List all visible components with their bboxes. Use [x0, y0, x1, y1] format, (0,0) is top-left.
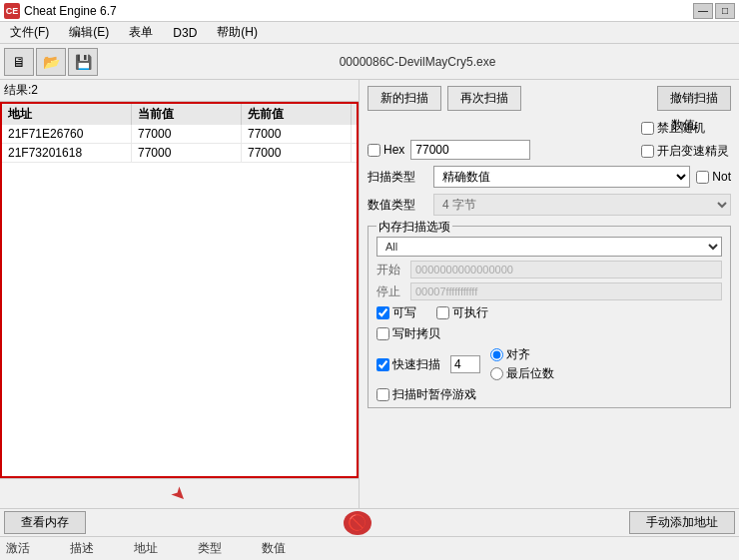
- fast-scan-checkbox-label[interactable]: 快速扫描: [376, 356, 440, 373]
- manual-add-button[interactable]: 手动添加地址: [629, 511, 735, 534]
- align-label: 对齐: [506, 346, 530, 363]
- value-type-label: 数值类型: [368, 197, 427, 214]
- toolbar-folder-button[interactable]: 📂: [36, 48, 66, 76]
- title-bar: CE Cheat Engine 6.7 — □: [0, 0, 739, 22]
- new-scan-button[interactable]: 新的扫描: [368, 86, 441, 111]
- speed-hack-checkbox[interactable]: [641, 145, 654, 158]
- scan-type-row: 扫描类型 精确数值 Not: [368, 166, 731, 188]
- menu-help[interactable]: 帮助(H): [211, 22, 264, 43]
- center-area: 🚫: [90, 511, 625, 535]
- start-input[interactable]: [410, 261, 722, 279]
- writable-checkbox-label[interactable]: 可写: [376, 304, 416, 321]
- status-description: 描述: [70, 540, 94, 557]
- no-random-checkbox[interactable]: [641, 122, 654, 135]
- fast-scan-checkbox[interactable]: [376, 358, 389, 371]
- scan-type-label: 扫描类型: [368, 169, 427, 186]
- title-left: CE Cheat Engine 6.7: [4, 3, 117, 19]
- no-icon: 🚫: [344, 511, 371, 535]
- row2-current: 77000: [132, 144, 242, 162]
- writable-checkbox[interactable]: [376, 306, 389, 319]
- window-title: 0000086C-DevilMayCry5.exe: [100, 55, 735, 69]
- speed-hack-checkbox-label[interactable]: 开启变速精灵: [641, 143, 729, 160]
- stop-input[interactable]: [410, 282, 722, 300]
- copy-on-write-row: 写时拷贝: [376, 325, 722, 342]
- header-previous: 先前值: [242, 104, 352, 125]
- copy-on-write-label: 写时拷贝: [392, 325, 440, 342]
- menu-d3d[interactable]: D3D: [167, 24, 203, 42]
- row1-current: 77000: [132, 125, 242, 143]
- arrow-down-icon: ➤: [166, 480, 192, 506]
- arrow-area: ➤: [0, 478, 359, 508]
- value-type-select[interactable]: 4 字节: [433, 194, 731, 216]
- minimize-button[interactable]: —: [693, 3, 713, 19]
- fast-scan-row: 快速扫描 对齐 最后位数: [376, 346, 722, 382]
- left-panel: 结果:2 地址 当前值 先前值 21F71E26760 77000 77000 …: [0, 80, 360, 508]
- memory-options-group: 内存扫描选项 All 开始 停止 可写: [368, 226, 731, 408]
- row1-previous: 77000: [242, 125, 352, 143]
- toolbar-open-button[interactable]: 🖥: [4, 48, 34, 76]
- value-input[interactable]: [410, 140, 530, 160]
- app-icon: CE: [4, 3, 20, 19]
- status-type: 类型: [198, 540, 222, 557]
- toolbar-save-button[interactable]: 💾: [68, 48, 98, 76]
- executable-checkbox-label[interactable]: 可执行: [436, 304, 488, 321]
- stop-row: 停止: [376, 282, 722, 300]
- app-title: Cheat Engine 6.7: [24, 4, 117, 18]
- maximize-button[interactable]: □: [715, 3, 735, 19]
- executable-checkbox[interactable]: [436, 306, 449, 319]
- not-checkbox-label[interactable]: Not: [696, 170, 731, 184]
- cancel-scan-button[interactable]: 撤销扫描: [657, 86, 731, 111]
- align-radio[interactable]: [490, 348, 503, 361]
- status-activate: 激活: [6, 540, 30, 557]
- status-address: 地址: [134, 540, 158, 557]
- rescan-button[interactable]: 再次扫描: [447, 86, 521, 111]
- writable-row: 可写 可执行: [376, 304, 722, 321]
- memory-options: All 开始 停止 可写 可执行: [376, 237, 722, 403]
- menu-edit[interactable]: 编辑(E): [63, 22, 115, 43]
- results-table: 21F71E26760 77000 77000 21F73201618 7700…: [0, 125, 359, 478]
- writable-label: 可写: [392, 304, 416, 321]
- copy-on-write-checkbox[interactable]: [376, 327, 389, 340]
- not-checkbox[interactable]: [696, 171, 709, 184]
- align-radio-label[interactable]: 对齐: [490, 346, 554, 363]
- menu-table[interactable]: 表单: [123, 22, 159, 43]
- fast-scan-input[interactable]: [450, 355, 480, 373]
- scan-type-select[interactable]: 精确数值: [433, 166, 690, 188]
- last-digit-radio-label[interactable]: 最后位数: [490, 365, 554, 382]
- executable-label: 可执行: [452, 304, 488, 321]
- start-row: 开始: [376, 261, 722, 279]
- pause-game-row: 扫描时暂停游戏: [376, 386, 722, 403]
- results-count: 结果:2: [0, 80, 359, 102]
- row2-address: 21F73201618: [2, 144, 132, 162]
- title-controls: — □: [693, 3, 735, 19]
- table-row[interactable]: 21F73201618 77000 77000: [2, 144, 357, 163]
- status-bar: 激活 描述 地址 类型 数值: [0, 536, 739, 560]
- status-value: 数值: [262, 540, 286, 557]
- pause-game-label: 扫描时暂停游戏: [392, 386, 476, 403]
- speed-hack-label: 开启变速精灵: [657, 143, 729, 160]
- header-address: 地址: [2, 104, 132, 125]
- memory-type-select[interactable]: All: [376, 237, 722, 257]
- stop-label: 停止: [376, 283, 404, 300]
- no-random-checkbox-label[interactable]: 禁止随机: [641, 120, 729, 137]
- hex-checkbox[interactable]: [368, 144, 380, 157]
- view-memory-button[interactable]: 查看内存: [4, 511, 86, 534]
- row1-address: 21F71E26760: [2, 125, 132, 143]
- row2-previous: 77000: [242, 144, 352, 162]
- hex-checkbox-label[interactable]: Hex: [368, 143, 404, 157]
- not-label: Not: [712, 170, 731, 184]
- menu-file[interactable]: 文件(F): [4, 22, 55, 43]
- table-row[interactable]: 21F71E26760 77000 77000: [2, 125, 357, 144]
- pause-game-checkbox-label[interactable]: 扫描时暂停游戏: [376, 386, 476, 403]
- memory-group-title: 内存扫描选项: [376, 219, 452, 236]
- copy-on-write-checkbox-label[interactable]: 写时拷贝: [376, 325, 440, 342]
- main-content: 结果:2 地址 当前值 先前值 21F71E26760 77000 77000 …: [0, 80, 739, 508]
- hex-label: Hex: [383, 143, 404, 157]
- bottom-toolbar: 查看内存 🚫 手动添加地址: [0, 508, 739, 536]
- header-current: 当前值: [132, 104, 242, 125]
- right-checkboxes: 禁止随机 开启变速精灵: [641, 120, 729, 160]
- value-type-row: 数值类型 4 字节: [368, 194, 731, 216]
- last-digit-radio[interactable]: [490, 367, 503, 380]
- pause-game-checkbox[interactable]: [376, 388, 389, 401]
- no-random-label: 禁止随机: [657, 120, 705, 137]
